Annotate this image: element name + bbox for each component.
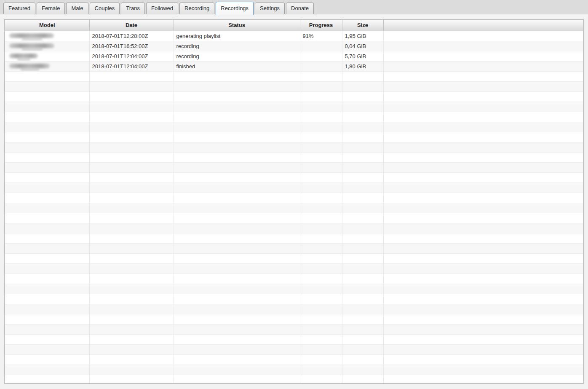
redacted-model-name [9,33,54,38]
empty-cell [5,344,89,354]
empty-cell [300,354,342,365]
tab-trans[interactable]: Trans [121,3,145,14]
empty-cell [383,112,583,122]
empty-cell [342,102,383,112]
empty-cell [300,172,342,182]
empty-cell [342,122,383,132]
empty-cell [383,213,583,223]
empty-cell [342,274,383,284]
empty-cell [174,223,300,233]
empty-cell [300,182,342,193]
empty-cell [89,263,174,274]
empty-cell [342,132,383,142]
tab-recordings[interactable]: Recordings [216,2,254,15]
empty-cell [89,294,174,304]
table-row-empty [5,162,583,172]
empty-cell [342,162,383,172]
empty-cell [300,91,342,102]
tab-donate[interactable]: Donate [286,3,314,14]
empty-cell [174,365,300,375]
empty-cell [300,284,342,294]
table-row[interactable]: 2018-07-01T12:28:00Z generating playlist… [5,31,583,41]
empty-cell [300,243,342,253]
empty-cell [383,162,583,172]
tab-bar: Featured Female Male Couples Trans Follo… [0,0,588,14]
tab-female[interactable]: Female [37,3,65,14]
empty-cell [89,324,174,334]
empty-cell [300,334,342,344]
empty-cell [383,182,583,193]
tab-couples[interactable]: Couples [90,3,120,14]
empty-cell [174,152,300,162]
empty-cell [174,203,300,213]
column-header-size[interactable]: Size [342,20,383,31]
empty-cell [383,334,583,344]
empty-cell [5,284,89,294]
empty-cell [342,203,383,213]
empty-cell [174,294,300,304]
redacted-model-name [9,54,38,58]
empty-cell [89,203,174,213]
empty-cell [5,365,89,375]
empty-cell [383,132,583,142]
table-row-empty [5,365,583,375]
tab-featured[interactable]: Featured [3,3,35,14]
empty-cell [89,334,174,344]
empty-cell [383,152,583,162]
column-header-status[interactable]: Status [174,20,300,31]
empty-cell [342,182,383,193]
empty-cell [300,365,342,375]
table-row-empty [5,182,583,193]
empty-cell [300,294,342,304]
empty-cell [342,112,383,122]
empty-cell [174,182,300,193]
table-row[interactable]: 2018-07-01T12:04:00Z recording 5,70 GiB [5,51,583,61]
empty-cell [174,334,300,344]
empty-cell [174,81,300,91]
empty-cell [300,314,342,324]
empty-cell [300,253,342,263]
empty-cell [342,142,383,152]
empty-cell [300,152,342,162]
empty-cell [89,162,174,172]
empty-cell [5,334,89,344]
model-cell [5,41,89,51]
table-row-empty [5,284,583,294]
empty-cell [89,354,174,365]
empty-cell [174,132,300,142]
table-row[interactable]: 2018-07-01T16:52:00Z recording 0,04 GiB [5,41,583,51]
empty-cell [342,91,383,102]
column-header-model[interactable]: Model [5,20,89,31]
tab-settings[interactable]: Settings [255,3,285,14]
tab-followed[interactable]: Followed [146,3,178,14]
empty-cell [300,223,342,233]
column-header-date[interactable]: Date [89,20,174,31]
empty-cell [174,263,300,274]
empty-cell [383,81,583,91]
table-row-empty [5,354,583,365]
empty-cell [89,243,174,253]
empty-cell [383,253,583,263]
empty-cell [300,203,342,213]
table-row[interactable]: 2018-07-01T12:04:00Z finished 1,80 GiB [5,61,583,71]
column-header-progress[interactable]: Progress [300,20,342,31]
empty-cell [383,142,583,152]
filler-cell [383,51,583,61]
table-row-empty [5,102,583,112]
tab-recording[interactable]: Recording [179,3,214,14]
empty-cell [174,162,300,172]
empty-cell [174,142,300,152]
empty-cell [342,284,383,294]
tab-male[interactable]: Male [66,3,88,14]
empty-cell [342,172,383,182]
size-cell: 1,80 GiB [342,61,383,71]
empty-cell [383,122,583,132]
empty-cell [300,324,342,334]
empty-cell [342,334,383,344]
empty-cell [342,324,383,334]
empty-cell [89,223,174,233]
empty-cell [5,324,89,334]
empty-cell [300,71,342,81]
table-row-empty [5,304,583,314]
empty-cell [300,263,342,274]
